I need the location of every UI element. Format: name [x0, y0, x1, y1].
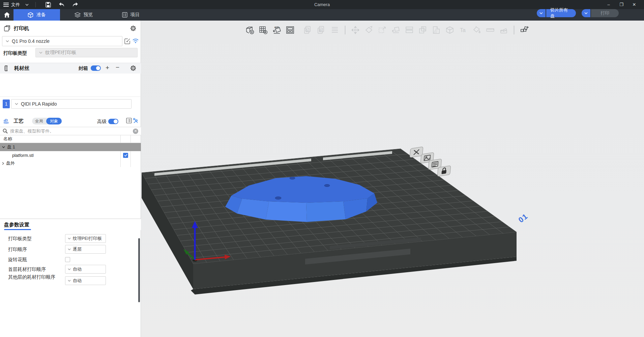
filament-settings-gear-icon[interactable] — [130, 65, 136, 73]
maximize-button[interactable]: ❐ — [616, 0, 626, 9]
text-icon[interactable]: Ta — [459, 25, 468, 35]
setting-value: 纹理PEI打印板 — [73, 235, 102, 242]
print-button[interactable]: 打印 — [591, 9, 619, 17]
sidebar-scrollbar[interactable] — [138, 238, 140, 302]
arrange-icon[interactable] — [286, 25, 295, 35]
active-tab-underline — [4, 229, 31, 230]
process-scope-switch[interactable]: 全局 对象 — [32, 118, 62, 124]
variable-layer-icon[interactable] — [432, 25, 441, 35]
tab-prepare[interactable]: 准备 — [13, 9, 60, 21]
setting-value: 逐层 — [73, 246, 82, 252]
paste-icon[interactable]: P — [317, 25, 326, 35]
file-menu-button[interactable]: 文件 — [3, 2, 20, 8]
cut-icon[interactable] — [445, 25, 455, 35]
save-icon[interactable] — [45, 1, 52, 8]
home-button[interactable] — [0, 9, 13, 21]
chevron-down-icon[interactable] — [25, 4, 29, 6]
chevron-right-icon[interactable] — [2, 162, 4, 165]
svg-text:Ta: Ta — [460, 27, 466, 33]
search-icon — [3, 129, 8, 134]
tree-row-label: platform.stl — [12, 153, 34, 158]
param-list-icon[interactable] — [126, 118, 132, 125]
other-layers-order-select[interactable]: 自动 — [65, 276, 106, 285]
search-input[interactable] — [10, 129, 130, 134]
remove-filament-button[interactable]: − — [116, 64, 119, 71]
advanced-label: 高级 — [97, 119, 107, 125]
split-objects-icon[interactable] — [418, 25, 428, 35]
qidi-studio-window: 文件 Camera – ❐ ✕ 准备 — [0, 0, 644, 337]
edit-printer-icon[interactable] — [124, 38, 131, 46]
tab-prepare-label: 准备 — [36, 12, 46, 18]
chevron-down-icon[interactable] — [2, 146, 5, 148]
rotate-icon[interactable] — [364, 25, 374, 35]
assembly-view-icon[interactable] — [520, 25, 529, 35]
printer-icon — [4, 25, 10, 31]
tree-row-label: 盘 1 — [7, 144, 15, 150]
add-filament-button[interactable]: + — [106, 64, 109, 71]
toolbar-divider — [345, 26, 345, 34]
toolbar-divider — [514, 26, 514, 34]
tune-icon[interactable] — [133, 118, 138, 125]
add-model-icon[interactable] — [245, 25, 255, 35]
tab-preview[interactable]: 预览 — [60, 9, 107, 21]
move-icon[interactable] — [351, 25, 360, 35]
layers-icon — [75, 12, 81, 18]
plate-type-value: 纹理PEI打印板 — [45, 50, 77, 56]
spiral-vase-checkbox[interactable] — [65, 257, 70, 262]
setting-value: 自动 — [73, 278, 82, 284]
print-sequence-select[interactable]: 逐层 — [65, 245, 106, 254]
chevron-down-icon — [39, 52, 42, 54]
filament-section-title: 耗材丝 — [14, 65, 29, 72]
seam-icon[interactable] — [499, 25, 508, 35]
split-height-icon[interactable] — [405, 25, 414, 35]
add-plate-icon[interactable] — [259, 25, 268, 35]
plate-settings-title: 盘参数设置 — [4, 222, 29, 228]
measure-icon[interactable] — [486, 25, 495, 35]
copy-icon[interactable]: 0 — [303, 25, 313, 35]
tab-project[interactable]: 项目 — [107, 9, 154, 21]
lay-flat-icon[interactable] — [391, 25, 401, 35]
advanced-toggle[interactable] — [108, 119, 118, 124]
printer-settings-gear-icon[interactable] — [130, 25, 136, 33]
filament-preset-select[interactable]: QIDI PLA Rapido — [11, 99, 131, 109]
chevron-down-icon — [68, 248, 71, 250]
layers-list-icon[interactable] — [330, 25, 340, 35]
filament-icon — [4, 65, 10, 71]
plate-type-setting-select[interactable]: 纹理PEI打印板 — [65, 234, 106, 243]
plate-type-label: 打印板类型 — [3, 50, 27, 56]
tree-row-outside[interactable]: 盘外 — [0, 159, 141, 167]
viewport-3d[interactable]: 01 AUTO 0 P — [141, 21, 644, 337]
plate-type-select[interactable]: 纹理PEI打印板 — [35, 48, 138, 57]
scale-icon[interactable] — [378, 25, 387, 35]
undo-icon[interactable] — [58, 1, 65, 8]
tab-project-label: 项目 — [130, 12, 140, 18]
setting-label: 打印顺序 — [8, 247, 59, 252]
scope-object[interactable]: 对象 — [46, 118, 62, 124]
title-bar: 文件 Camera – ❐ ✕ — [0, 0, 644, 9]
file-menu-label: 文件 — [11, 2, 20, 8]
home-icon — [4, 12, 10, 18]
slice-all-plates-button[interactable]: 切片所有盘 — [546, 9, 576, 17]
scope-global[interactable]: 全局 — [32, 118, 46, 124]
auto-orient-icon[interactable]: AUTO — [272, 25, 282, 35]
slice-dropdown-button[interactable] — [537, 9, 546, 17]
first-layer-order-select[interactable]: 自动 — [65, 265, 106, 274]
tree-row-model[interactable]: platform.stl — [0, 151, 141, 159]
build-plate-scene[interactable]: 01 — [141, 21, 644, 337]
paint-icon[interactable] — [472, 25, 481, 35]
redo-icon[interactable] — [71, 1, 79, 8]
window-title: Camera — [0, 2, 644, 7]
svg-text:P: P — [319, 29, 322, 33]
print-dropdown-button[interactable] — [582, 9, 590, 17]
minimize-button[interactable]: – — [604, 0, 614, 9]
tree-row-plate1[interactable]: 盘 1 — [0, 143, 141, 151]
filament-box-toggle[interactable] — [91, 65, 101, 71]
wifi-icon[interactable] — [132, 38, 139, 45]
model-visible-checkbox[interactable] — [123, 153, 128, 158]
filament-box-label: 封箱 — [79, 65, 88, 72]
printer-preset-select[interactable]: Q1 Pro 0.4 nozzle — [2, 36, 122, 46]
close-button[interactable]: ✕ — [629, 0, 639, 9]
search-clear-icon[interactable]: ✕ — [133, 129, 138, 134]
hamburger-icon — [3, 3, 9, 7]
viewport-toolbar: AUTO 0 P — [243, 23, 531, 37]
